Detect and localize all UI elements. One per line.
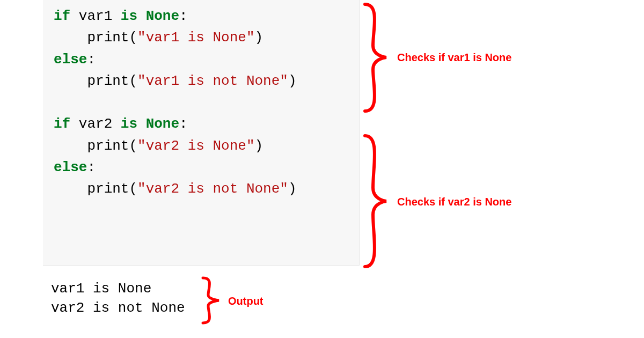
code-block: if var1 is None: print("var1 is None") e… [54, 5, 348, 200]
annotation-output: Output [228, 295, 264, 307]
keyword-none: None [137, 116, 179, 132]
punct-open-paren: ( [129, 30, 137, 46]
punct-colon: : [87, 52, 96, 68]
indent [54, 73, 87, 89]
punct-colon: : [179, 8, 188, 24]
punct-close-paren: ) [254, 138, 263, 154]
figure: if var1 is None: print("var1 is None") e… [0, 0, 644, 338]
annotation-block1: Checks if var1 is None [397, 52, 511, 64]
keyword-is: is [121, 116, 137, 132]
brace-icon [360, 134, 392, 268]
keyword-else: else [54, 52, 87, 68]
code-text: var1 [70, 8, 121, 24]
indent [54, 30, 87, 46]
punct-close-paren: ) [288, 73, 297, 89]
output-line: var1 is None [51, 281, 151, 297]
punct-open-paren: ( [129, 138, 137, 154]
func-print: print [87, 73, 129, 89]
output-block: var1 is None var2 is not None [51, 279, 185, 318]
indent [54, 138, 87, 154]
output-line: var2 is not None [51, 300, 185, 316]
code-box: if var1 is None: print("var1 is None") e… [43, 0, 360, 266]
keyword-if: if [54, 8, 70, 24]
punct-open-paren: ( [129, 73, 137, 89]
punct-colon: : [179, 116, 188, 132]
func-print: print [87, 181, 129, 197]
keyword-if: if [54, 116, 70, 132]
punct-close-paren: ) [288, 181, 297, 197]
string-literal: "var1 is not None" [137, 73, 288, 89]
indent [54, 181, 87, 197]
keyword-else: else [54, 159, 87, 175]
func-print: print [87, 30, 129, 46]
punct-colon: : [87, 159, 96, 175]
string-literal: "var2 is None" [137, 138, 254, 154]
brace-icon [199, 276, 223, 325]
string-literal: "var2 is not None" [137, 181, 288, 197]
keyword-is: is [121, 8, 137, 24]
punct-close-paren: ) [254, 30, 263, 46]
string-literal: "var1 is None" [137, 30, 254, 46]
brace-icon [360, 3, 392, 113]
punct-open-paren: ( [129, 181, 137, 197]
code-text: var2 [70, 116, 121, 132]
annotation-block2: Checks if var2 is None [397, 196, 511, 208]
keyword-none: None [137, 8, 179, 24]
func-print: print [87, 138, 129, 154]
